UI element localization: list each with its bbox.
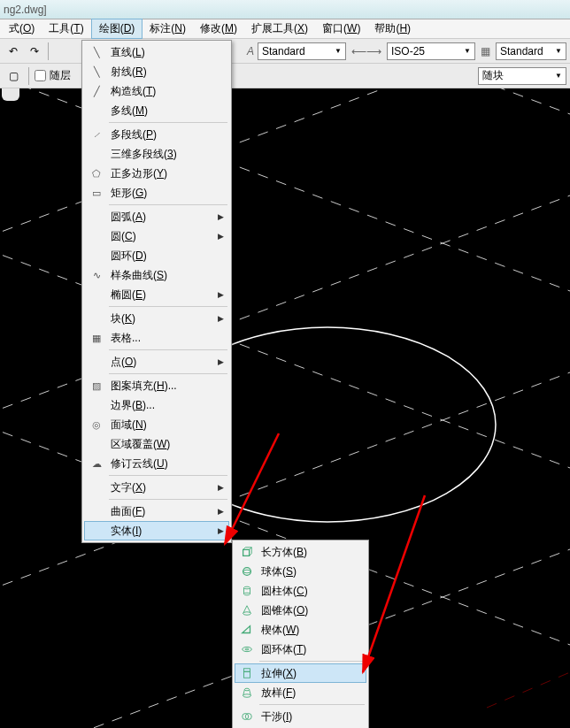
menu-table[interactable]: ▦ 表格...	[84, 328, 229, 348]
sphere-icon	[238, 565, 256, 578]
menu-bar: 式(O) 工具(T) 绘图(D) 标注(N) 修改(M) 扩展工具(X) 窗口(…	[0, 19, 570, 39]
wedge-icon	[238, 624, 256, 636]
table-style-combo[interactable]: Standard ▼	[496, 42, 566, 60]
menu-mline[interactable]: 多线(M)	[84, 101, 229, 120]
menu-block[interactable]: 块(K) ▶	[84, 309, 229, 328]
menu-text[interactable]: 文字(X) ▶	[84, 478, 229, 497]
menu-pline3d[interactable]: 三维多段线(3)	[84, 144, 229, 164]
menu-arc[interactable]: 圆弧(A) ▶	[84, 207, 229, 226]
submenu-arrow-icon: ▶	[218, 212, 224, 221]
menu-region[interactable]: ◎ 面域(N)	[84, 415, 229, 434]
submenu-interfere[interactable]: 干涉(I)	[235, 707, 366, 726]
menu-donut[interactable]: 圆环(D)	[84, 246, 229, 265]
text-style-combo[interactable]: Standard ▼	[258, 42, 346, 60]
title-text: ng2.dwg]	[4, 4, 47, 16]
menu-line[interactable]: ╲ 直线(L)	[84, 42, 229, 62]
svg-point-17	[243, 570, 251, 573]
text-style-icon: A	[247, 45, 254, 57]
cloud-icon: ☁	[88, 458, 105, 470]
extrude-icon	[238, 667, 256, 679]
submenu-torus[interactable]: 圆环体(T)	[235, 640, 366, 659]
solid-submenu: 长方体(B) 球体(S) 圆柱体(C) 圆锥体(O) 楔体(W) 圆环体(T) …	[232, 540, 369, 728]
menu-ray[interactable]: ╲ 射线(R)	[84, 62, 229, 81]
dim-style-icon: ⟵⟶	[351, 45, 381, 57]
menu-window[interactable]: 窗口(W)	[315, 19, 367, 38]
svg-rect-10	[243, 549, 250, 556]
menu-surface[interactable]: 曲面(F) ▶	[84, 502, 229, 521]
submenu-sphere[interactable]: 球体(S)	[235, 562, 366, 581]
dim-style-combo[interactable]: ISO-25 ▼	[387, 42, 475, 60]
menu-tools[interactable]: 工具(T)	[42, 19, 90, 38]
table-style-icon: ▦	[481, 45, 490, 57]
tab-handle[interactable]	[2, 88, 19, 101]
svg-point-25	[243, 647, 252, 651]
polygon-icon: ⬠	[88, 168, 105, 180]
box-icon	[238, 546, 256, 558]
byblock-combo[interactable]: 随块 ▼	[478, 67, 566, 85]
menu-polygon[interactable]: ⬠ 正多边形(Y)	[84, 164, 229, 183]
menu-modify[interactable]: 修改(M)	[193, 19, 244, 38]
svg-rect-28	[244, 669, 250, 672]
menu-wipeout[interactable]: 区域覆盖(W)	[84, 434, 229, 454]
interfere-icon	[238, 710, 256, 723]
svg-point-22	[243, 612, 251, 616]
menu-spline[interactable]: ∿ 样条曲线(S)	[84, 265, 229, 285]
svg-rect-27	[244, 671, 250, 678]
menu-hatch[interactable]: ▨ 图案填充(H)...	[84, 376, 229, 395]
submenu-box[interactable]: 长方体(B)	[235, 542, 366, 562]
svg-line-9	[487, 672, 570, 708]
table-icon: ▦	[88, 333, 105, 344]
hatch-icon: ▨	[88, 380, 105, 392]
torus-icon	[238, 643, 256, 655]
line-icon: ╲	[88, 47, 105, 58]
submenu-cone[interactable]: 圆锥体(O)	[235, 601, 366, 620]
menu-pline[interactable]: ⟋ 多段线(P)	[84, 125, 229, 144]
menu-xline[interactable]: ╱ 构造线(T)	[84, 81, 229, 101]
submenu-wedge[interactable]: 楔体(W)	[235, 620, 366, 640]
pline-icon: ⟋	[88, 129, 105, 140]
menu-dimension[interactable]: 标注(N)	[142, 19, 193, 38]
menu-revcloud[interactable]: ☁ 修订云线(U)	[84, 454, 229, 473]
menu-draw[interactable]: 绘图(D)	[91, 19, 143, 39]
cylinder-icon	[238, 585, 256, 597]
region-icon: ◎	[88, 419, 105, 431]
menu-solid[interactable]: 实体(I) ▶	[84, 521, 229, 540]
redo-button[interactable]: ↷	[25, 42, 44, 61]
bylayer-label: 随层	[50, 68, 71, 83]
cone-icon	[238, 604, 256, 617]
menu-ellipse[interactable]: 椭圆(E) ▶	[84, 285, 229, 304]
svg-point-16	[243, 568, 251, 576]
menu-circle[interactable]: 圆(C) ▶	[84, 226, 229, 246]
title-bar: ng2.dwg]	[0, 0, 570, 19]
submenu-cylinder[interactable]: 圆柱体(C)	[235, 581, 366, 601]
draw-dropdown: ╲ 直线(L) ╲ 射线(R) ╱ 构造线(T) 多线(M) ⟋ 多段线(P) …	[81, 40, 232, 543]
svg-point-26	[245, 648, 249, 650]
layer-button[interactable]: ▢	[4, 66, 23, 86]
menu-extend[interactable]: 扩展工具(X)	[244, 19, 315, 38]
svg-point-19	[244, 593, 250, 595]
rect-icon: ▭	[88, 188, 105, 199]
submenu-extrude[interactable]: 拉伸(X)	[235, 663, 366, 683]
loft-icon	[238, 686, 256, 699]
svg-point-30	[243, 694, 251, 698]
spline-icon: ∿	[88, 270, 105, 281]
svg-point-18	[244, 586, 250, 589]
undo-button[interactable]: ↶	[4, 42, 23, 61]
menu-help[interactable]: 帮助(H)	[367, 19, 418, 38]
svg-point-29	[244, 688, 249, 691]
menu-rect[interactable]: ▭ 矩形(G)	[84, 183, 229, 203]
layer-checkbox[interactable]	[35, 70, 46, 81]
menu-format[interactable]: 式(O)	[2, 19, 42, 38]
xline-icon: ╱	[88, 86, 105, 97]
ray-icon: ╲	[88, 66, 105, 78]
menu-boundary[interactable]: 边界(B)...	[84, 395, 229, 415]
menu-point[interactable]: 点(O) ▶	[84, 352, 229, 372]
submenu-loft[interactable]: 放样(F)	[235, 683, 366, 702]
